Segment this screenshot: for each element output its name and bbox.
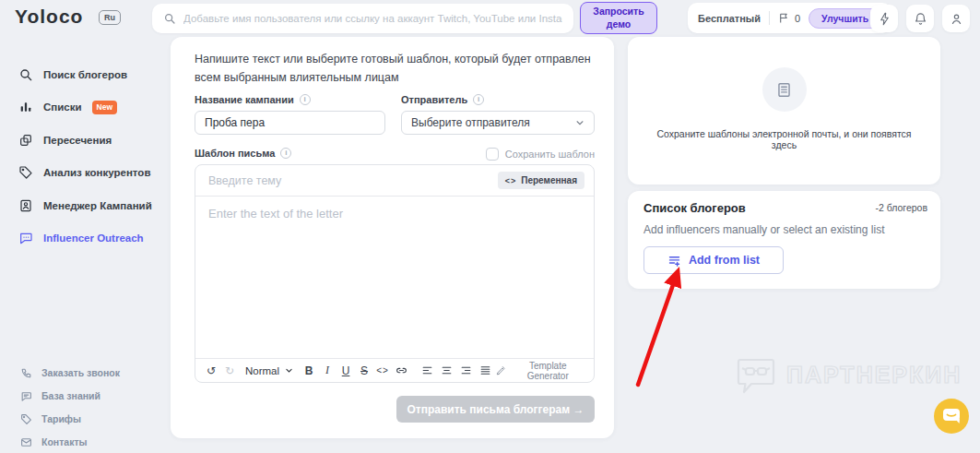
sidebar-item-knowledge-base[interactable]: База знаний	[20, 388, 100, 403]
label-text: Название кампании	[195, 94, 294, 105]
undo-button[interactable]: ↺	[203, 362, 219, 380]
save-template-toggle[interactable]: Сохранить шаблон	[486, 148, 595, 161]
bold-button[interactable]: B	[301, 362, 317, 380]
send-letters-button[interactable]: Отправить письма блоггерам →	[396, 396, 595, 423]
plan-label: Бесплатный	[698, 13, 761, 24]
align-buttons	[419, 362, 494, 380]
chat-dots-icon	[18, 231, 33, 245]
blogger-list-title: Список блогеров	[643, 201, 746, 215]
save-template-checkbox[interactable]	[486, 148, 499, 161]
footer-item-label: База знаний	[41, 390, 100, 401]
align-left-icon	[421, 364, 433, 376]
subject-row: <> Переменная	[195, 165, 594, 197]
sidebar-item-lists[interactable]: Списки New	[18, 97, 117, 117]
support-chat-button[interactable]	[933, 398, 970, 435]
letter-body-input[interactable]: Enter the text of the letter	[208, 207, 581, 221]
tag-icon	[20, 413, 32, 425]
sidebar-item-label: Поиск блогеров	[43, 69, 127, 80]
add-from-list-button[interactable]: Add from list	[643, 246, 784, 274]
divider	[769, 11, 770, 25]
profile-button[interactable]	[942, 5, 970, 32]
sidebar-item-label: Пересечения	[43, 135, 112, 146]
lightning-icon	[878, 12, 891, 26]
paragraph-style-dropdown[interactable]: Normal	[245, 365, 293, 376]
magic-pen-icon	[496, 365, 505, 376]
outreach-form-card: Напишите текст или выберите готовый шабл…	[171, 37, 614, 438]
redo-button[interactable]: ↻	[221, 362, 238, 380]
plan-pill: Бесплатный 0 Улучшить	[688, 3, 891, 33]
save-template-label: Сохранить шаблон	[505, 149, 595, 160]
request-demo-button[interactable]: Запросить демо	[580, 2, 657, 34]
info-icon	[280, 148, 291, 159]
bar-chart-icon	[18, 100, 33, 114]
link-icon	[396, 364, 407, 376]
flag-counter: 0	[778, 12, 800, 24]
list-plus-icon	[667, 254, 681, 268]
flag-count: 0	[795, 13, 800, 24]
phone-icon	[20, 367, 32, 379]
sidebar-item-blogger-search[interactable]: Поиск блогеров	[18, 65, 127, 85]
select-value: Выберите отправителя	[411, 116, 530, 129]
notifications-button[interactable]	[906, 5, 934, 32]
align-center-button[interactable]	[438, 362, 455, 380]
templates-empty-text: Сохраните шаблоны электронной почты, и о…	[643, 128, 925, 150]
bell-icon	[914, 12, 927, 26]
watermark: ПАРТНЕРКИН	[735, 353, 962, 396]
language-badge[interactable]: Ru	[99, 10, 121, 25]
footer-item-label: Контакты	[41, 436, 88, 447]
label-text: Шаблон письма	[195, 148, 275, 159]
footer-item-label: Тарифы	[41, 413, 81, 424]
code-button[interactable]: <>	[374, 362, 391, 380]
new-badge: New	[92, 101, 117, 114]
editor-toolbar: ↺ ↻ Normal B I U S <>	[195, 358, 594, 382]
link-button[interactable]	[393, 362, 409, 380]
sidebar-item-tariffs[interactable]: Тарифы	[20, 411, 81, 426]
italic-button[interactable]: I	[319, 362, 336, 380]
chevron-down-icon	[575, 118, 584, 127]
align-right-button[interactable]	[457, 362, 475, 380]
subject-input[interactable]	[208, 174, 498, 187]
template-icon-circle	[762, 67, 807, 112]
align-left-button[interactable]	[419, 362, 436, 380]
strikethrough-button[interactable]: S	[356, 362, 372, 380]
blogger-list-card: Список блогеров -2 блогеров Add influenc…	[628, 191, 940, 289]
campaign-name-input[interactable]	[195, 111, 385, 135]
sender-label: Отправитель	[401, 94, 484, 105]
global-search	[152, 4, 573, 33]
letter-template-label: Шаблон письма	[195, 148, 291, 159]
align-justify-icon	[479, 364, 491, 376]
app-root: Yoloco Ru Запросить демо Бесплатный 0 Ул…	[0, 0, 980, 453]
template-generator-button[interactable]: Template Generator	[496, 361, 586, 381]
sidebar-item-contacts[interactable]: Контакты	[20, 435, 88, 449]
align-justify-button[interactable]	[477, 362, 494, 380]
template-generator-label: Template Generator	[509, 361, 586, 381]
sidebar-item-label: Influencer Outreach	[43, 232, 144, 244]
search-icon	[18, 67, 33, 82]
sidebar-item-label: Менеджер Кампаний	[43, 200, 152, 211]
chat-bubble-icon	[933, 398, 970, 435]
info-icon	[300, 94, 311, 105]
flag-icon	[778, 12, 790, 24]
form-intro-text: Напишите текст или выберите готовый шабл…	[195, 50, 593, 87]
sidebar-item-campaign-manager[interactable]: Менеджер Кампаний	[18, 196, 152, 216]
paragraph-style-value: Normal	[245, 365, 279, 376]
underline-button[interactable]: U	[337, 362, 354, 380]
id-badge-icon	[18, 198, 33, 213]
label-text: Отправитель	[401, 94, 467, 105]
footer-item-label: Заказать звонок	[41, 367, 120, 378]
saved-templates-card: Сохраните шаблоны электронной почты, и о…	[628, 37, 940, 185]
info-icon	[473, 94, 484, 105]
sidebar-item-intersections[interactable]: Пересечения	[18, 130, 112, 150]
activity-button[interactable]	[870, 5, 898, 32]
sender-select[interactable]: Выберите отправителя	[401, 111, 595, 135]
chevron-down-icon	[285, 366, 293, 375]
search-input[interactable]	[183, 13, 562, 24]
document-icon	[775, 81, 793, 99]
insert-variable-button[interactable]: <> Переменная	[498, 172, 584, 189]
sidebar-item-influencer-outreach[interactable]: Influencer Outreach	[18, 228, 144, 248]
align-right-icon	[460, 364, 472, 376]
sidebar-item-competitor-analysis[interactable]: Анализ конкурентов	[18, 162, 150, 183]
sidebar-item-order-call[interactable]: Заказать звонок	[20, 365, 120, 380]
user-icon	[950, 12, 963, 26]
yoloco-logo[interactable]: Yoloco	[15, 6, 83, 28]
